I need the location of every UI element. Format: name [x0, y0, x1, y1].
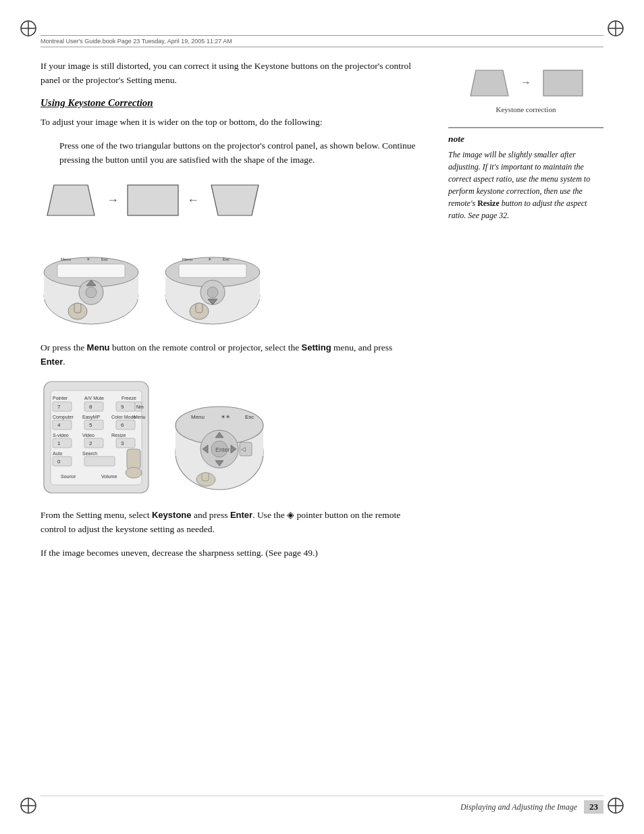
page-number: 23	[584, 800, 603, 814]
svg-text:0: 0	[57, 459, 61, 465]
right-column: → Keystone correction note The image wil…	[448, 59, 603, 221]
control-panels-area: Menu ☀ Esc	[41, 232, 419, 329]
left-column: If your image is still distorted, you ca…	[41, 59, 419, 570]
note-title: note	[448, 134, 603, 145]
svg-rect-65	[53, 438, 72, 448]
svg-point-23	[86, 287, 97, 298]
svg-text:Pointer: Pointer	[53, 396, 68, 400]
from-para: From the Setting menu, select Keystone a…	[41, 509, 419, 537]
svg-rect-13	[128, 185, 178, 215]
sharpness-para: If the image becomes uneven, decrease th…	[41, 546, 419, 561]
svg-rect-73	[53, 457, 72, 466]
svg-rect-98	[543, 70, 583, 96]
keystone-rect-icon	[538, 65, 587, 100]
svg-text:8: 8	[89, 404, 92, 410]
svg-point-79	[126, 467, 142, 478]
page-content: If your image is still distorted, you ca…	[41, 59, 603, 780]
reg-mark-tr	[606, 19, 625, 38]
svg-rect-75	[84, 457, 115, 466]
keystone-arrow-icon: →	[520, 76, 531, 88]
svg-text:Resize: Resize	[111, 433, 126, 438]
svg-rect-46	[84, 402, 103, 411]
svg-text:Nm: Nm	[136, 405, 144, 409]
keystone-correction-label: Keystone correction	[448, 105, 603, 113]
svg-text:Computer: Computer	[53, 415, 74, 420]
svg-text:3: 3	[121, 440, 124, 446]
svg-text:Esc: Esc	[223, 257, 230, 261]
svg-text:4: 4	[57, 422, 61, 428]
svg-rect-58	[84, 420, 103, 429]
svg-rect-96	[202, 473, 209, 481]
keystone-term: Keystone	[152, 510, 192, 520]
note-box: note The image will be slightly smaller …	[448, 127, 603, 221]
svg-text:7: 7	[57, 404, 61, 410]
remote-small-svg: Menu ☀☀ Esc Enter ◁	[172, 378, 267, 496]
rect-center-icon	[124, 178, 182, 222]
setting-term: Setting	[302, 342, 331, 353]
page-footer: Displaying and Adjusting the Image 23	[41, 796, 603, 814]
svg-text:Color Mode: Color Mode	[111, 415, 136, 419]
arrow-right-icon: →	[107, 193, 119, 207]
svg-text:☀: ☀	[86, 257, 90, 261]
header-text: Montreal User's Guide.book Page 23 Tuesd…	[41, 38, 232, 45]
svg-point-35	[207, 287, 218, 298]
svg-rect-69	[116, 438, 135, 448]
header-bar: Montreal User's Guide.book Page 23 Tuesd…	[41, 35, 603, 47]
svg-rect-78	[127, 449, 140, 469]
svg-text:2: 2	[89, 440, 92, 446]
svg-text:6: 6	[121, 422, 124, 428]
control-panel-left: Menu ☀ Esc	[41, 232, 142, 329]
svg-rect-18	[57, 264, 125, 278]
keystone-shape-diagram: → ←	[41, 178, 419, 222]
enter-term-2: Enter	[230, 510, 252, 520]
arrow-left-icon: ←	[187, 193, 199, 207]
svg-rect-67	[84, 438, 103, 448]
svg-text:Source: Source	[61, 474, 76, 479]
svg-rect-44	[53, 402, 72, 411]
section-title: Using Keystone Correction	[41, 97, 419, 109]
svg-text:Volume: Volume	[101, 474, 117, 479]
para2: Press one of the two triangular buttons …	[59, 139, 419, 167]
svg-text:S-video: S-video	[53, 433, 69, 438]
svg-text:☀☀: ☀☀	[221, 414, 230, 420]
enter-term-1: Enter	[41, 357, 63, 367]
svg-text:Video: Video	[82, 433, 95, 438]
svg-text:Freeze: Freeze	[122, 396, 136, 400]
svg-rect-48	[116, 402, 135, 411]
svg-text:Esc: Esc	[245, 414, 254, 420]
svg-text:9: 9	[121, 404, 124, 410]
svg-rect-60	[116, 420, 135, 429]
svg-text:EasyMP: EasyMP	[82, 415, 100, 420]
reg-mark-bl	[19, 796, 38, 815]
intro-paragraph: If your image is still distorted, you ca…	[41, 59, 419, 88]
svg-rect-26	[74, 303, 81, 313]
svg-text:Esc: Esc	[101, 257, 108, 261]
trap-right-icon	[205, 178, 265, 222]
svg-text:Menu: Menu	[182, 257, 192, 261]
svg-text:Auto: Auto	[53, 451, 63, 456]
resize-word: Resize	[477, 199, 500, 208]
svg-rect-30	[179, 264, 246, 278]
svg-text:Menu: Menu	[191, 414, 205, 420]
svg-text:Search: Search	[82, 451, 97, 456]
control-panel-right: Menu ☀ Esc	[162, 232, 263, 329]
keystone-trap-icon	[465, 65, 514, 100]
remote-full-svg: Pointer A/V Mute Freeze 7 8 9 Nm Compute…	[41, 378, 159, 496]
svg-text:Enter: Enter	[215, 446, 230, 453]
keystone-image-area: → Keystone correction	[448, 65, 603, 113]
footer-text: Displaying and Adjusting the Image	[460, 802, 577, 812]
svg-marker-97	[471, 70, 508, 96]
svg-marker-14	[211, 185, 259, 215]
svg-text:A/V Mute: A/V Mute	[84, 396, 104, 400]
svg-text:Menu: Menu	[61, 257, 71, 261]
svg-text:1: 1	[57, 440, 61, 446]
trap-left-icon	[41, 178, 101, 222]
reg-mark-tl	[19, 19, 38, 38]
svg-text:5: 5	[89, 422, 92, 428]
svg-text:◁: ◁	[241, 446, 246, 452]
svg-text:Menu: Menu	[134, 415, 146, 419]
svg-text:☀: ☀	[208, 257, 211, 261]
svg-rect-56	[53, 420, 72, 429]
svg-marker-12	[47, 185, 95, 215]
control-panel-right-svg: Menu ☀ Esc	[162, 232, 263, 326]
